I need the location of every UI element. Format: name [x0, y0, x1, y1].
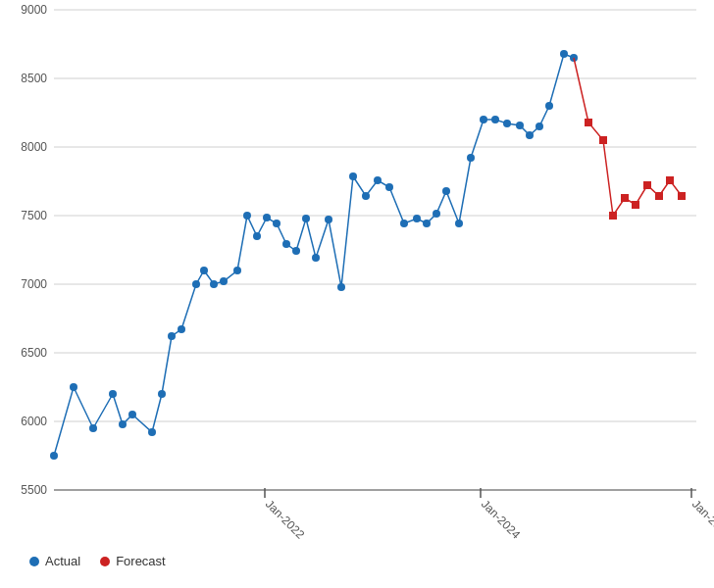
y-label-9000: 9000 — [21, 3, 47, 17]
legend-actual: Actual — [29, 554, 80, 568]
forecast-legend-dot — [100, 557, 110, 566]
svg-point-13 — [210, 280, 218, 288]
svg-point-7 — [148, 428, 156, 436]
svg-point-19 — [273, 220, 280, 227]
svg-point-27 — [362, 192, 370, 200]
svg-point-38 — [491, 116, 499, 123]
svg-point-36 — [467, 154, 475, 162]
y-label-8000: 8000 — [21, 140, 47, 154]
svg-point-5 — [119, 420, 127, 428]
actual-legend-dot — [29, 557, 39, 566]
svg-rect-51 — [643, 181, 651, 189]
y-label-5500: 5500 — [21, 483, 47, 497]
svg-point-4 — [109, 390, 117, 398]
svg-point-18 — [263, 214, 271, 221]
y-label-6000: 6000 — [21, 415, 47, 428]
svg-point-21 — [292, 247, 300, 255]
svg-point-37 — [480, 116, 487, 123]
y-label-8500: 8500 — [21, 72, 47, 85]
chart-legend: Actual Forecast — [29, 554, 166, 568]
x-label-jan2026: Jan-2026 — [689, 497, 714, 542]
y-label-7500: 7500 — [21, 209, 47, 222]
forecast-dots — [585, 119, 686, 220]
svg-point-22 — [302, 215, 310, 222]
svg-point-8 — [158, 390, 166, 398]
svg-point-44 — [560, 50, 568, 58]
svg-point-23 — [312, 254, 320, 262]
svg-rect-50 — [632, 201, 639, 209]
svg-point-28 — [374, 176, 382, 184]
svg-point-2 — [70, 383, 77, 391]
svg-rect-48 — [609, 212, 617, 220]
chart-svg: 9000 8500 8000 7500 7000 6500 6000 5500 — [0, 0, 714, 588]
svg-point-9 — [168, 332, 176, 340]
y-label-6500: 6500 — [21, 346, 47, 360]
svg-rect-46 — [585, 119, 592, 126]
svg-point-31 — [413, 215, 421, 222]
svg-point-15 — [233, 267, 241, 274]
svg-point-24 — [325, 216, 332, 223]
svg-point-41 — [526, 131, 534, 139]
svg-point-33 — [433, 210, 440, 218]
svg-point-17 — [253, 232, 261, 240]
svg-point-26 — [349, 172, 357, 180]
chart-container: 9000 8500 8000 7500 7000 6500 6000 5500 — [0, 0, 714, 588]
svg-point-43 — [545, 102, 553, 110]
svg-point-35 — [455, 220, 463, 227]
svg-point-29 — [385, 183, 393, 191]
svg-rect-0 — [54, 10, 696, 490]
x-label-jan2022: Jan-2022 — [263, 497, 308, 542]
svg-point-16 — [243, 212, 251, 220]
svg-point-12 — [200, 267, 208, 274]
svg-rect-49 — [621, 194, 629, 202]
svg-rect-53 — [666, 176, 674, 184]
x-label-jan2024: Jan-2024 — [479, 497, 524, 542]
svg-rect-47 — [599, 136, 607, 144]
svg-point-14 — [220, 277, 228, 285]
actual-label: Actual — [45, 554, 80, 568]
svg-point-34 — [442, 187, 450, 195]
svg-point-11 — [192, 280, 200, 288]
svg-rect-54 — [678, 192, 686, 200]
forecast-label: Forecast — [116, 554, 166, 568]
svg-point-20 — [282, 240, 290, 248]
svg-point-1 — [50, 452, 58, 460]
actual-dots — [50, 50, 578, 460]
legend-forecast: Forecast — [100, 554, 166, 568]
svg-point-39 — [503, 120, 511, 127]
svg-point-30 — [400, 220, 408, 227]
svg-point-3 — [89, 424, 97, 432]
svg-point-32 — [423, 220, 431, 227]
svg-point-6 — [128, 411, 136, 418]
y-label-7000: 7000 — [21, 277, 47, 291]
svg-rect-52 — [655, 192, 663, 200]
svg-point-10 — [178, 325, 185, 333]
svg-point-40 — [516, 122, 524, 129]
svg-point-42 — [536, 122, 543, 130]
forecast-line — [574, 58, 682, 216]
svg-point-25 — [337, 283, 345, 291]
